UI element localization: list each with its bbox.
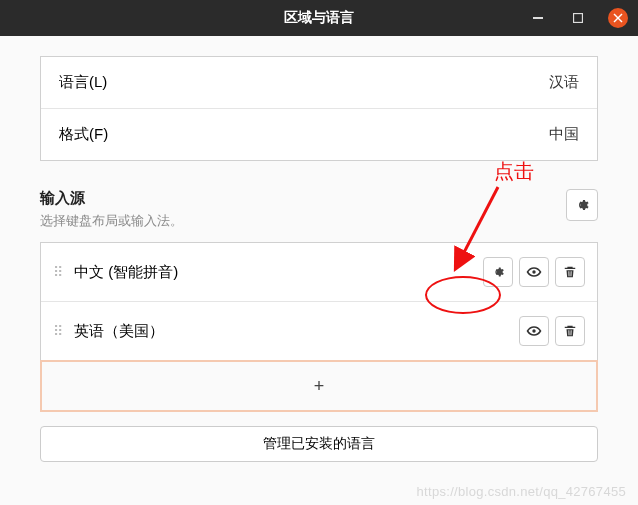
preview-button[interactable] (519, 257, 549, 287)
input-sources-title: 输入源 (40, 189, 183, 208)
format-row[interactable]: 格式(F) 中国 (41, 108, 597, 160)
input-sources-subtitle: 选择键盘布局或输入法。 (40, 212, 183, 230)
language-label: 语言(L) (59, 73, 107, 92)
svg-point-5 (532, 329, 535, 332)
input-source-row[interactable]: ⠿ 中文 (智能拼音) (41, 243, 597, 301)
row-actions (483, 257, 585, 287)
titlebar: 区域与语言 (0, 0, 638, 36)
language-row[interactable]: 语言(L) 汉语 (41, 57, 597, 108)
manage-languages-button[interactable]: 管理已安装的语言 (40, 426, 598, 462)
add-input-source-button[interactable]: + (40, 360, 598, 412)
input-options-button[interactable] (566, 189, 598, 221)
input-source-label: 中文 (智能拼音) (74, 263, 483, 282)
maximize-button[interactable] (558, 0, 598, 36)
format-value: 中国 (549, 125, 579, 144)
input-source-label: 英语（美国） (74, 322, 519, 341)
row-actions (519, 316, 585, 346)
eye-icon (526, 264, 542, 280)
input-sources-list: ⠿ 中文 (智能拼音) (40, 242, 598, 361)
locale-panel: 语言(L) 汉语 格式(F) 中国 (40, 56, 598, 161)
drag-handle-icon[interactable]: ⠿ (53, 323, 64, 339)
plus-icon: + (314, 376, 325, 397)
svg-point-4 (532, 270, 535, 273)
gear-icon (491, 265, 505, 279)
minimize-button[interactable] (518, 0, 558, 36)
gear-icon (574, 197, 590, 213)
svg-rect-0 (533, 17, 543, 19)
window-controls (518, 0, 638, 36)
main-content: 语言(L) 汉语 格式(F) 中国 输入源 选择键盘布局或输入法。 ⠿ 中文 (… (0, 36, 638, 482)
input-source-row[interactable]: ⠿ 英语（美国） (41, 301, 597, 360)
watermark: https://blog.csdn.net/qq_42767455 (417, 484, 626, 499)
delete-button[interactable] (555, 257, 585, 287)
language-value: 汉语 (549, 73, 579, 92)
input-section-header: 输入源 选择键盘布局或输入法。 (40, 189, 598, 242)
trash-icon (563, 324, 577, 338)
close-button[interactable] (608, 8, 628, 28)
eye-icon (526, 323, 542, 339)
format-label: 格式(F) (59, 125, 108, 144)
input-settings-button[interactable] (483, 257, 513, 287)
svg-rect-1 (574, 14, 583, 23)
window-title: 区域与语言 (284, 9, 354, 27)
delete-button[interactable] (555, 316, 585, 346)
trash-icon (563, 265, 577, 279)
manage-languages-label: 管理已安装的语言 (263, 435, 375, 453)
drag-handle-icon[interactable]: ⠿ (53, 264, 64, 280)
preview-button[interactable] (519, 316, 549, 346)
